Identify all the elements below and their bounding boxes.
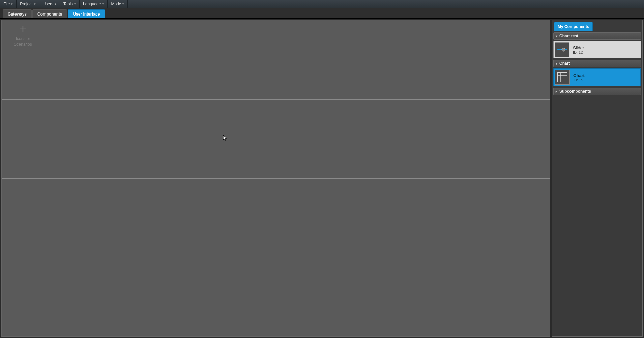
group-header-subcomponents[interactable]: ▸ Subcomponents [553, 88, 641, 95]
sidebar-tabstrip: My Components [552, 20, 642, 31]
group-header-label: Chart [559, 61, 570, 66]
svg-rect-2 [558, 73, 567, 82]
menu-mode[interactable]: Mode ▾ [108, 0, 128, 8]
menu-users[interactable]: Users ▾ [39, 0, 60, 8]
component-id: ID: 15 [573, 78, 585, 82]
right-sidebar: My Components ▾ Chart test Slider ID: 12 [552, 20, 643, 337]
chevron-down-icon: ▾ [34, 2, 36, 6]
svg-point-1 [562, 48, 565, 51]
group-header-label: Subcomponents [559, 89, 591, 94]
menu-users-label: Users [43, 2, 53, 6]
component-text: Chart ID: 15 [573, 73, 585, 82]
component-name: Slider [573, 45, 584, 50]
chevron-down-icon: ▾ [556, 34, 557, 38]
component-text: Slider ID: 12 [573, 45, 584, 54]
main-tabbar: Gateways Components User Interface [0, 8, 644, 19]
menu-tools-label: Tools [63, 2, 73, 6]
menu-mode-label: Mode [111, 2, 121, 6]
plus-icon: + [20, 23, 26, 34]
add-cell-line2: Scenarios [14, 42, 32, 47]
group-header-label: Chart test [559, 34, 578, 38]
menu-file[interactable]: File ▾ [0, 0, 17, 8]
menu-language-label: Language [83, 2, 101, 6]
component-chart[interactable]: Chart ID: 15 [553, 68, 641, 86]
group-header-chart-test[interactable]: ▾ Chart test [553, 32, 641, 40]
chevron-right-icon: ▸ [556, 90, 557, 93]
canvas-row: + Icons or Scenarios [2, 20, 550, 100]
component-id: ID: 12 [573, 50, 584, 54]
add-cell-button[interactable]: + Icons or Scenarios [4, 23, 41, 47]
menu-tools[interactable]: Tools ▾ [60, 0, 80, 8]
tab-user-interface-label: User Interface [73, 12, 100, 17]
tab-user-interface[interactable]: User Interface [68, 9, 105, 18]
tab-components[interactable]: Components [32, 9, 67, 18]
chevron-down-icon: ▾ [55, 2, 56, 6]
component-slider[interactable]: Slider ID: 12 [553, 41, 641, 58]
chevron-down-icon: ▾ [556, 62, 557, 65]
tab-my-components-label: My Components [558, 24, 589, 29]
chevron-down-icon: ▾ [74, 2, 76, 6]
slider-icon [555, 42, 569, 57]
canvas-row [2, 179, 550, 258]
sidebar-body: ▾ Chart test Slider ID: 12 ▾ Chart [552, 31, 642, 336]
workspace: + Icons or Scenarios My Components ▾ Cha… [0, 19, 644, 338]
menu-language[interactable]: Language ▾ [80, 0, 108, 8]
menu-bar: File ▾ Project ▾ Users ▾ Tools ▾ Languag… [0, 0, 644, 8]
canvas-row [2, 258, 550, 337]
add-cell-line1: Icons or [16, 36, 30, 42]
canvas-row [2, 100, 550, 179]
layout-canvas[interactable]: + Icons or Scenarios [1, 20, 550, 337]
tab-gateways[interactable]: Gateways [3, 9, 32, 18]
chevron-down-icon: ▾ [11, 2, 13, 6]
tab-components-label: Components [37, 12, 62, 17]
group-header-chart[interactable]: ▾ Chart [553, 60, 641, 67]
menu-project[interactable]: Project ▾ [17, 0, 39, 8]
tab-my-components[interactable]: My Components [554, 22, 593, 31]
chevron-down-icon: ▾ [122, 2, 124, 6]
chart-icon [555, 70, 570, 85]
chevron-down-icon: ▾ [102, 2, 104, 6]
component-name: Chart [573, 73, 585, 78]
tab-gateways-label: Gateways [8, 12, 27, 17]
menu-project-label: Project [20, 2, 32, 6]
menu-file-label: File [3, 2, 10, 6]
